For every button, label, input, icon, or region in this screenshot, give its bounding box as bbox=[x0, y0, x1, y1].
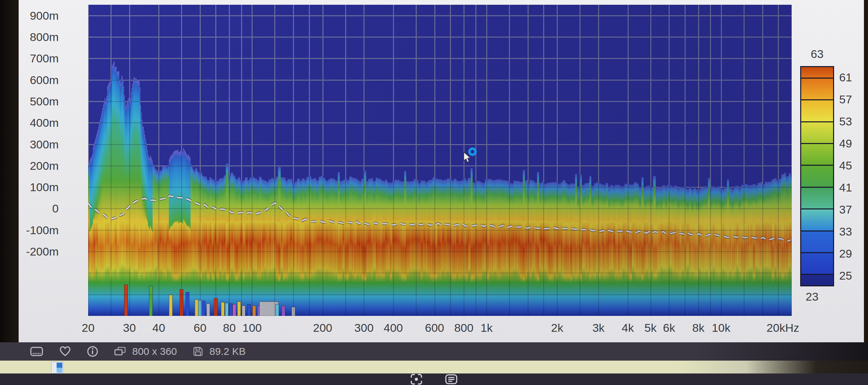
legend-color-segment bbox=[801, 143, 833, 165]
legend-tick-label: 29 bbox=[839, 247, 852, 260]
legend-color-segment bbox=[801, 99, 833, 121]
image-viewer-statusbar: 800 x 360 89.2 KB bbox=[0, 342, 868, 361]
x-tick-label: 40 bbox=[152, 321, 165, 335]
legend-color-segment bbox=[801, 67, 833, 78]
legend-tick-label: 61 bbox=[839, 70, 852, 84]
legend-tick-label: 33 bbox=[839, 225, 852, 238]
info-icon[interactable] bbox=[87, 346, 98, 357]
legend-color-segment bbox=[801, 230, 833, 252]
spectrogram-panel: 900m800m700m600m500m400m300m200m100m0-10… bbox=[19, 0, 864, 342]
x-tick-label: 10k bbox=[712, 321, 730, 335]
legend-color-segment bbox=[801, 274, 833, 285]
color-scale-legend bbox=[800, 66, 834, 286]
image-dimensions: 800 x 360 bbox=[114, 346, 177, 357]
x-tick-label: 6k bbox=[663, 321, 675, 335]
focus-scan-icon[interactable] bbox=[410, 373, 423, 385]
legend-tick-label: 53 bbox=[839, 115, 852, 128]
legend-color-segment bbox=[801, 252, 833, 274]
legend-color-segment bbox=[801, 165, 833, 186]
x-tick-label: 3k bbox=[592, 321, 605, 335]
x-tick-label: 60 bbox=[194, 321, 206, 335]
legend-tick-label: 45 bbox=[839, 159, 852, 172]
notes-icon[interactable] bbox=[445, 373, 458, 385]
x-tick-label: 600 bbox=[425, 321, 444, 335]
legend-tick-label: 57 bbox=[839, 93, 852, 106]
save-icon bbox=[193, 346, 203, 357]
photographed-screen: 900m800m700m600m500m400m300m200m100m0-10… bbox=[0, 0, 868, 385]
legend-color-segment bbox=[801, 78, 833, 99]
x-tick-label: 30 bbox=[123, 321, 136, 335]
x-tick-label: 8k bbox=[692, 321, 705, 335]
x-tick-label: 400 bbox=[384, 321, 403, 335]
legend-color-segment bbox=[801, 208, 833, 230]
x-tick-label: 100 bbox=[242, 321, 262, 335]
mouse-cursor bbox=[463, 152, 472, 165]
dimensions-value: 800 x 360 bbox=[132, 346, 177, 357]
legend-color-segment bbox=[801, 187, 833, 208]
file-size: 89.2 KB bbox=[193, 346, 246, 357]
x-tick-label: 2k bbox=[551, 321, 563, 335]
x-tick-label: 5k bbox=[645, 321, 657, 335]
legend-tick-label: 37 bbox=[839, 203, 852, 216]
screen-bezel-right bbox=[864, 0, 868, 385]
x-tick-label: 20 bbox=[82, 321, 95, 335]
filesize-value: 89.2 KB bbox=[210, 346, 246, 357]
legend-tick-label: 25 bbox=[839, 269, 852, 282]
favorite-icon[interactable] bbox=[59, 346, 71, 357]
x-tick-label: 1k bbox=[480, 321, 493, 335]
legend-min-label: 23 bbox=[795, 290, 829, 303]
x-tick-label: 80 bbox=[223, 321, 236, 335]
x-tick-label: 20kHz bbox=[767, 321, 799, 335]
legend-max-label: 63 bbox=[800, 47, 834, 61]
spectrogram-plot[interactable] bbox=[88, 5, 792, 316]
captions-icon[interactable] bbox=[30, 346, 43, 357]
legend-color-segment bbox=[801, 121, 833, 143]
legend-tick-label: 41 bbox=[839, 181, 852, 194]
x-tick-label: 800 bbox=[454, 321, 474, 335]
screen-bezel-left bbox=[0, 0, 19, 342]
x-tick-label: 200 bbox=[313, 321, 332, 335]
legend-tick-label: 49 bbox=[839, 137, 852, 150]
x-tick-label: 300 bbox=[354, 321, 374, 335]
desktop-strip bbox=[0, 361, 868, 373]
dimensions-icon bbox=[114, 346, 126, 357]
x-tick-label: 4k bbox=[622, 321, 634, 335]
taskbar bbox=[0, 373, 868, 385]
